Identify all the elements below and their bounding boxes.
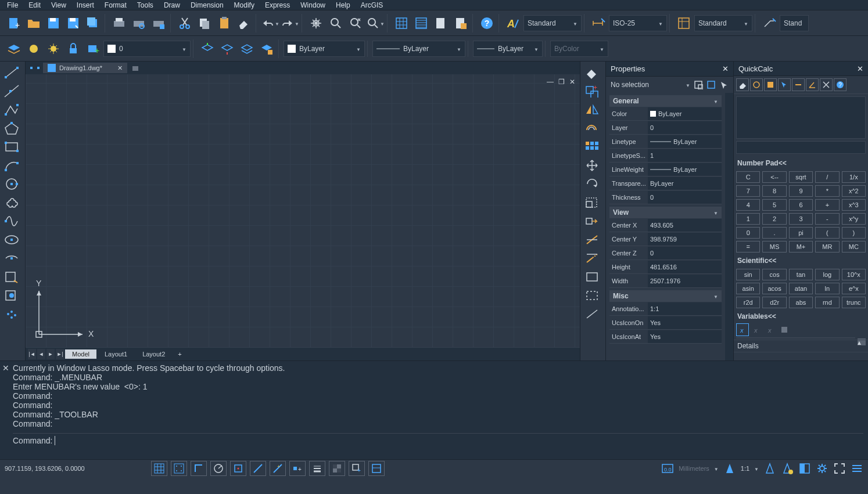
prop-value[interactable]: ByLayer [648,135,722,148]
status-units-icon[interactable]: 0.0 [661,462,674,475]
move-tool[interactable] [582,157,602,174]
status-qp-button[interactable] [368,461,385,476]
qc-distance-button[interactable] [792,78,805,91]
paste-button[interactable] [215,14,234,33]
xref-button[interactable] [451,14,470,33]
erase-button[interactable] [235,14,253,33]
qc-button-[interactable]: - [815,213,839,225]
polyline-tool[interactable] [1,101,22,118]
status-settings-icon[interactable] [816,462,828,475]
quickcalc-resize-handle[interactable] [734,352,868,360]
mleader-style-dropdown[interactable]: Stand [780,15,809,31]
qc-button-cos[interactable]: cos [762,269,786,280]
dim-style-dropdown[interactable]: ISO-25 [609,15,667,31]
quickcalc-vars-header[interactable]: Variables<< [734,311,868,322]
prop-value[interactable]: 2507.1976 [648,275,722,287]
qc-button-[interactable]: + [815,199,839,211]
print-button[interactable] [110,14,128,33]
qc-var-edit-button[interactable]: x [750,323,763,336]
status-snap-button[interactable] [171,461,187,476]
tab-nav-last[interactable]: ►| [56,349,64,359]
qc-button-xy[interactable]: x^y [842,213,866,225]
prop-row[interactable]: Thickness0 [609,190,722,204]
copy-button[interactable] [195,14,214,33]
qc-button-ex[interactable]: e^x [842,283,866,294]
table-style-icon[interactable] [675,14,693,33]
status-dyninput-button[interactable]: + [289,461,306,476]
qc-button-5[interactable]: 5 [762,199,786,211]
prop-row[interactable]: LineWeightByLayer [609,163,722,176]
qc-button-sin[interactable]: sin [736,269,760,280]
prop-row[interactable]: ColorByLayer [609,107,722,121]
qc-paste-button[interactable] [764,78,777,91]
polygon-tool[interactable] [1,120,22,137]
menu-tools[interactable]: Tools [132,0,158,10]
qc-button-4[interactable]: 4 [736,199,760,211]
qc-button-x2[interactable]: x^2 [842,185,866,197]
prop-value[interactable]: 1:1 [648,302,722,315]
qc-button-10x[interactable]: 10^x [842,269,866,280]
prop-value[interactable]: 493.605 [648,219,722,232]
properties-scrollbar[interactable] [725,93,733,360]
menu-edit[interactable]: Edit [24,0,45,10]
quickcalc-details[interactable]: Details [734,340,868,352]
status-osnap-button[interactable] [230,461,246,476]
command-close-icon[interactable]: ✕ [2,363,9,373]
tab-layout1[interactable]: Layout1 [98,349,134,359]
text-style-dropdown[interactable]: Standard [523,15,582,31]
break-at-point-tool[interactable] [582,268,602,286]
scale-tool[interactable] [582,194,602,211]
layer-state-4-button[interactable] [257,39,276,58]
prop-row[interactable]: Center Z0 [609,246,722,260]
plotstyle-dropdown[interactable]: ByColor [550,41,608,57]
status-transparency-button[interactable] [329,461,345,476]
status-units-label[interactable]: Millimeters [679,465,709,472]
prop-row[interactable]: LinetypeS...1 [609,149,722,163]
qc-button-[interactable]: * [815,185,839,197]
status-annoscale-icon[interactable] [723,462,736,475]
status-customize-icon[interactable] [851,462,863,475]
saveall-button[interactable] [84,14,102,33]
prop-row[interactable]: Layer0 [609,121,722,135]
qc-button-9[interactable]: 9 [789,185,813,197]
stretch-tool[interactable] [582,212,602,230]
quickcalc-sci-header[interactable]: Scientific<< [734,255,868,266]
status-workspace-icon[interactable] [798,462,811,475]
insert-block-tool[interactable] [1,268,22,286]
pin-icon[interactable] [29,63,41,73]
chevron-down-icon[interactable] [754,465,759,472]
qc-getcoord-button[interactable] [778,78,791,91]
layer-freeze-button[interactable] [44,39,63,58]
layer-props-button[interactable] [5,39,23,58]
lineweight-dropdown[interactable]: ByLayer [473,41,543,57]
qc-button-r2d[interactable]: r2d [736,297,760,308]
layer-lock-button[interactable] [64,39,83,58]
chevron-down-icon[interactable] [686,81,690,89]
menu-view[interactable]: View [46,0,71,10]
table-style-dropdown[interactable]: Standard [694,15,752,31]
quickcalc-input[interactable] [736,141,866,153]
qc-button-6[interactable]: 6 [789,199,813,211]
qc-button-M[interactable]: M+ [789,241,813,253]
qc-button-asin[interactable]: asin [736,283,760,294]
prop-value[interactable]: 0 [648,191,722,204]
status-grid-button[interactable] [151,461,167,476]
menu-file[interactable]: File [2,0,23,10]
arc-tool[interactable] [1,157,22,174]
prop-value[interactable]: ByLayer [648,163,722,176]
minimize-view-icon[interactable]: — [547,78,554,86]
spline-tool[interactable] [1,212,22,230]
qc-button-[interactable]: <-- [762,171,786,183]
prop-section-general[interactable]: General [609,95,722,107]
tab-nav-next[interactable]: ► [46,349,55,359]
menu-help[interactable]: Help [331,0,355,10]
status-annovisibility-icon[interactable] [781,462,794,475]
rotate-tool[interactable] [582,175,602,193]
qc-button-abs[interactable]: abs [789,297,813,308]
qc-button-[interactable]: = [736,241,760,253]
color-dropdown[interactable]: ByLayer [284,41,365,57]
menu-format[interactable]: Format [100,0,131,10]
publish-button[interactable] [149,14,168,33]
tab-model[interactable]: Model [65,349,96,359]
prop-value[interactable]: 0 [648,247,722,259]
